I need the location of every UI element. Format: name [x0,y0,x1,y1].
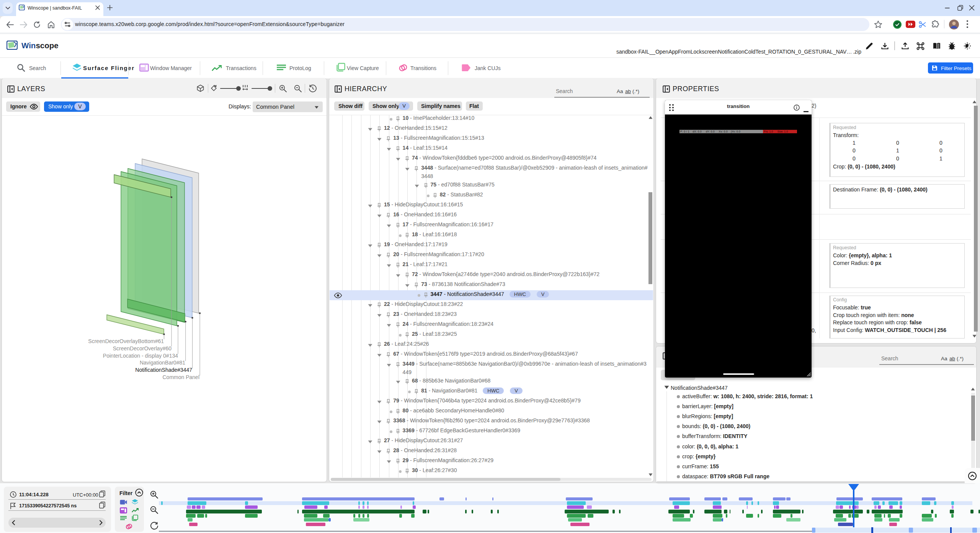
svg-text:ScreenDecorOverlay#60: ScreenDecorOverlay#60 [113,345,172,352]
svg-text:Common Panel: Common Panel [163,374,200,380]
svg-text:ScreenDecorOverlayBottom#61: ScreenDecorOverlayBottom#61 [88,338,164,344]
svg-text:NotificationShade#3447: NotificationShade#3447 [135,367,192,373]
svg-text:NavigationBar0#81: NavigationBar0#81 [140,360,185,366]
svg-text:PointerLocation - display 0#13: PointerLocation - display 0#134 [103,353,178,359]
